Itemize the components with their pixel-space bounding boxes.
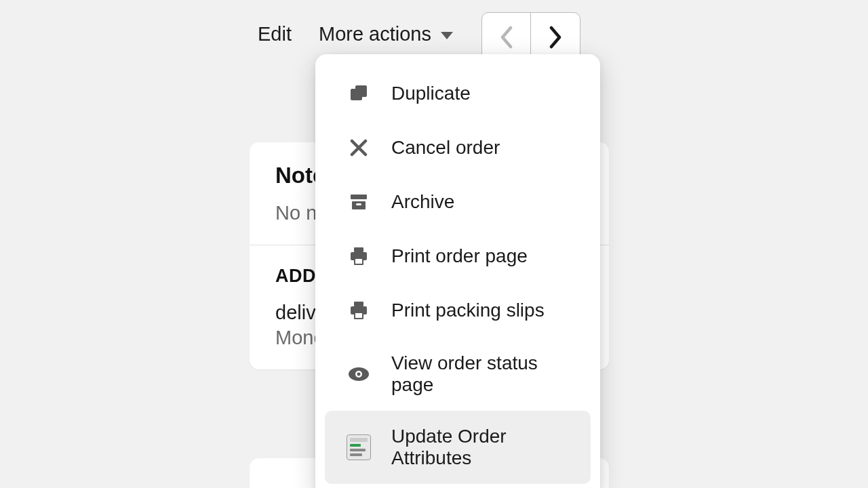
more-actions-label: More actions [319,23,431,45]
dropdown-item-update-attributes[interactable]: Update Order Attributes [325,411,591,484]
more-actions-button[interactable]: More actions [319,23,453,45]
dropdown-item-label: Archive [391,191,454,213]
dropdown-item-print-order[interactable]: Print order page [325,229,591,283]
dropdown-item-duplicate[interactable]: Duplicate [325,66,591,121]
dropdown-item-label: Update Order Attributes [391,426,569,469]
edit-button[interactable]: Edit [258,23,292,45]
print-icon [347,244,371,268]
duplicate-icon [347,81,371,106]
dropdown-item-archive[interactable]: Archive [325,175,591,229]
svg-rect-4 [356,203,361,205]
chevron-right-icon [549,26,562,49]
svg-rect-8 [355,259,362,264]
svg-rect-12 [355,313,362,318]
eye-icon [347,362,371,386]
dropdown-item-label: Cancel order [391,137,500,159]
svg-rect-1 [355,85,367,97]
chevron-left-icon [500,26,513,49]
dropdown-item-label: View order status page [391,352,569,396]
dropdown-item-label: Print order page [391,245,528,267]
caret-down-icon [441,32,453,39]
archive-icon [347,190,371,214]
dropdown-item-label: Print packing slips [391,300,545,321]
svg-rect-2 [351,195,367,199]
dropdown-item-label: Duplicate [391,83,471,104]
attributes-icon [347,435,371,460]
dropdown-item-view-status[interactable]: View order status page [325,338,591,411]
toolbar: Edit More actions [258,23,453,45]
close-icon [347,136,371,160]
dropdown-item-print-packing[interactable]: Print packing slips [325,283,591,338]
svg-rect-5 [354,247,363,252]
more-actions-dropdown: Duplicate Cancel order Archive Print ord… [315,54,600,488]
dropdown-item-cancel[interactable]: Cancel order [325,121,591,175]
print-icon [347,298,371,323]
svg-point-15 [357,373,361,376]
svg-rect-9 [354,302,363,306]
